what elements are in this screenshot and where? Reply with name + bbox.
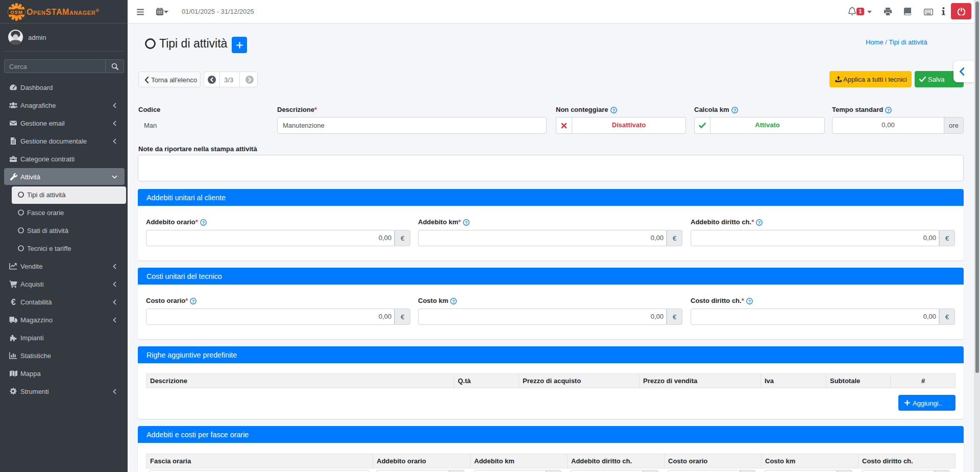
svg-text:?: ?: [465, 220, 468, 225]
svg-text:€: €: [11, 298, 15, 306]
svg-text:?: ?: [758, 220, 761, 225]
svg-text:?: ?: [612, 107, 615, 112]
svg-text:?: ?: [887, 107, 890, 112]
svg-text:?: ?: [733, 107, 736, 112]
svg-text:?: ?: [748, 298, 751, 303]
svg-text:OSM: OSM: [10, 9, 23, 15]
svg-text:?: ?: [452, 298, 455, 303]
svg-text:?: ?: [202, 220, 205, 225]
svg-text:?: ?: [192, 298, 195, 303]
